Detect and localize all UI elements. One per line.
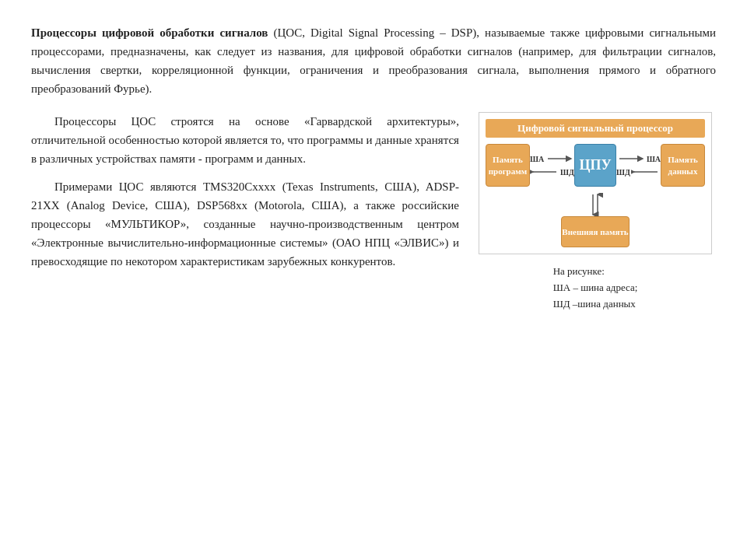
dsp-diagram: Цифровой сигнальный процессор Память про… <box>479 112 712 254</box>
sha-right-row: ША <box>616 153 661 164</box>
diagram-bottom: Внешняя память <box>486 193 705 247</box>
shd-right-label: ШД <box>616 168 630 177</box>
paragraph-examples: Примерами ЦОС являются TMS320Cxxxx (Texa… <box>31 177 459 271</box>
shd-left-arrow <box>530 166 559 177</box>
intro-paragraph: Процессоры цифровой обработки сигналов (… <box>31 23 716 98</box>
left-bus-arrows: ША <box>530 153 574 177</box>
caption-line1: На рисунке: <box>553 264 638 280</box>
right-bus-arrows: ША ШД <box>616 153 661 177</box>
sha-right-arrow <box>616 153 646 164</box>
shd-right-arrow <box>631 166 661 177</box>
caption-line2: ША – шина адреса; <box>553 280 638 296</box>
text-column: Процессоры ЦОС строятся на основе «Гарва… <box>31 112 459 280</box>
mem-prog-box: Память программ <box>486 144 530 187</box>
sha-left-label: ША <box>530 155 544 163</box>
mem-data-box: Память данных <box>661 144 705 187</box>
sha-right-label: ША <box>647 155 661 163</box>
shd-left-row: ШД <box>530 166 574 177</box>
diagram-title: Цифровой сигнальный процессор <box>486 119 705 138</box>
diagram-top-row: Память программ ША <box>486 144 705 187</box>
cpu-box: ЦПУ <box>574 144 616 187</box>
sha-left-row: ША <box>530 153 574 164</box>
intro-bold-text: Процессоры цифровой обработки сигналов <box>31 26 268 39</box>
shd-left-label: ШД <box>560 168 574 177</box>
diagram-caption: На рисунке: ША – шина адреса; ШД –шина д… <box>553 264 638 312</box>
ext-mem-box: Внешняя память <box>561 216 630 247</box>
caption-line3: ШД –шина данных <box>553 296 638 313</box>
paragraph-harvard: Процессоры ЦОС строятся на основе «Гарва… <box>31 112 459 168</box>
content-section: Процессоры ЦОС строятся на основе «Гарва… <box>31 112 716 312</box>
sha-left-arrow <box>545 153 574 164</box>
vert-down-arrow <box>587 193 603 216</box>
diagram-column: Цифровой сигнальный процессор Память про… <box>475 112 716 312</box>
shd-right-row: ШД <box>616 166 661 177</box>
